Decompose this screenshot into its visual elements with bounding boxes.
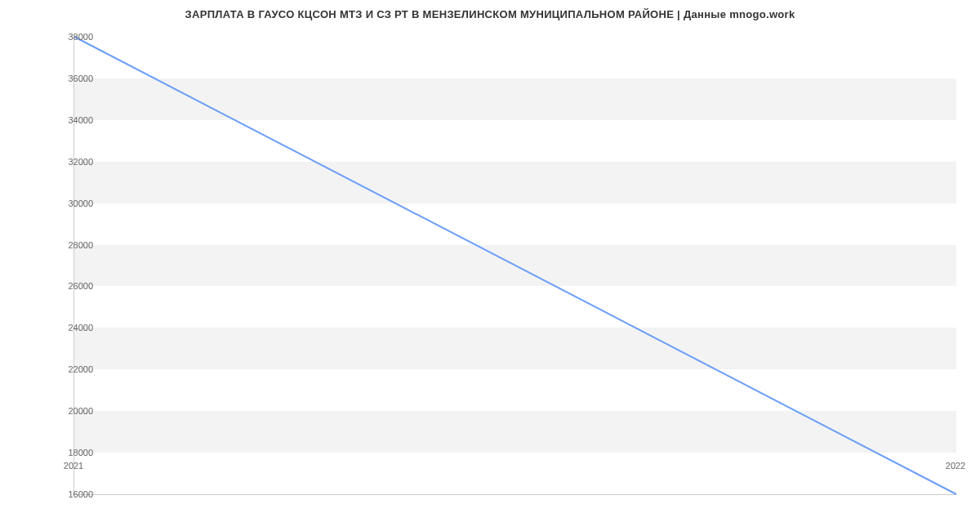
x-tick-label: 2021	[64, 461, 83, 471]
y-tick-label: 22000	[52, 364, 93, 374]
x-tick-label: 2022	[946, 461, 965, 471]
y-tick-label: 20000	[52, 406, 93, 416]
plot-area	[74, 37, 956, 495]
y-tick-label: 28000	[52, 240, 93, 250]
y-tick-label: 36000	[52, 74, 93, 83]
chart-container: ЗАРПЛАТА В ГАУСО КЦСОН МТЗ И СЗ РТ В МЕН…	[0, 0, 980, 531]
y-tick-label: 26000	[52, 281, 93, 291]
y-tick-label: 16000	[52, 489, 93, 499]
y-tick-label: 24000	[52, 323, 93, 332]
y-tick-label: 38000	[52, 32, 93, 42]
y-tick-label: 34000	[52, 115, 93, 125]
chart-title: ЗАРПЛАТА В ГАУСО КЦСОН МТЗ И СЗ РТ В МЕН…	[0, 0, 980, 20]
line-series	[74, 37, 956, 494]
data-line	[74, 37, 956, 494]
y-tick-label: 30000	[52, 199, 93, 208]
y-tick-label: 32000	[52, 157, 93, 167]
y-tick-label: 18000	[52, 448, 93, 457]
